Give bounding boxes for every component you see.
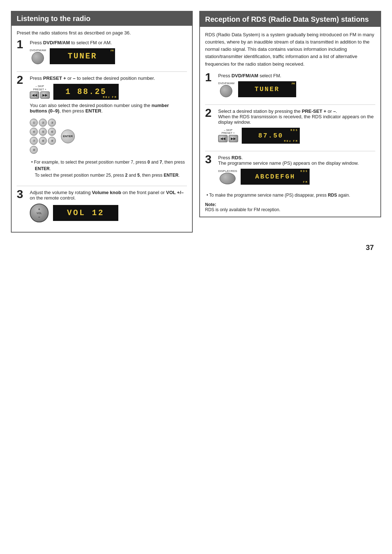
num-btn-9[interactable]: ⑨ xyxy=(48,137,56,145)
num-btn-2[interactable]: ② xyxy=(39,119,47,127)
right-step2-display-unit: – SKIPPRESET + ◀◀ ▶▶ 87.50 RDS MHz FM xyxy=(218,128,375,144)
vol-knob-container: + VOL – VOL 12 xyxy=(30,204,187,222)
right-step2: 2 Select a desired station by pressing t… xyxy=(205,108,375,146)
display-rds-button[interactable] xyxy=(220,173,236,184)
num-btn-10[interactable]: ⑩ xyxy=(30,146,38,154)
note-block: Note: RDS is only available for FM recep… xyxy=(205,202,375,212)
num-btn-3[interactable]: ③ xyxy=(48,119,56,127)
right-panel: Reception of RDS (Radio Data System) sta… xyxy=(199,11,381,217)
rds-skip-prev-btn[interactable]: ◀◀ xyxy=(218,135,228,142)
skip-prev-btn[interactable]: ◀◀ xyxy=(30,91,39,99)
right-step1: 1 Press DVD/FM/AM select FM. DVD/FM/AM T… xyxy=(205,73,375,99)
left-step2-number: 2 xyxy=(17,74,27,86)
right-step3-text: Press RDS. The programme service name (P… xyxy=(218,155,375,166)
right-step1-text: Press DVD/FM/AM select FM. xyxy=(218,73,375,78)
vol-display: VOL 12 xyxy=(53,205,118,221)
right-step3-number: 3 xyxy=(205,153,215,165)
left-step2-display-unit: – SKIPPRESET + ◀◀ ▶▶ 1 88.25 MHz FM xyxy=(30,84,187,100)
right-step2-text: Select a desired station by pressing the… xyxy=(218,108,375,125)
right-panel-title: Reception of RDS (Radio Data System) sta… xyxy=(200,12,380,27)
right-step1-display: TUNER FM xyxy=(238,81,296,97)
num-btn-5[interactable]: ⑤ xyxy=(39,128,47,136)
preset-note: Preset the radio stations first as descr… xyxy=(17,30,187,36)
right-step2-number: 2 xyxy=(205,107,215,119)
left-step1: 1 Press DVD/FM/AM to select FM or AM. DV… xyxy=(17,40,187,66)
left-panel-title: Listening to the radio xyxy=(12,12,192,26)
dvdfmam-button-right1[interactable] xyxy=(220,85,232,97)
left-step2-text: Press PRESET + or – to select the desire… xyxy=(30,75,187,81)
rds-skip-next-btn[interactable]: ▶▶ xyxy=(229,135,238,142)
left-step1-display-unit: DVD/FM/AM TUNER FM xyxy=(30,48,187,64)
volume-knob[interactable]: + VOL – xyxy=(30,204,49,222)
right-step1-number: 1 xyxy=(205,71,215,83)
left-step3: 3 Adjust the volume by rotating Volume k… xyxy=(17,190,187,222)
enter-button[interactable]: ENTER xyxy=(61,130,75,143)
left-step3-text: Adjust the volume by rotating Volume kno… xyxy=(30,190,187,201)
num-btn-7[interactable]: ⑦ xyxy=(30,137,38,145)
right-step3: 3 Press RDS. The programme service name … xyxy=(205,155,375,187)
dvdfmam-btn-group-1: DVD/FM/AM xyxy=(30,48,46,64)
skip-next-btn[interactable]: ▶▶ xyxy=(40,91,50,99)
preset-label-2: – SKIPPRESET + xyxy=(33,85,46,91)
display-rds-btn-group: DISPLAY/RDS xyxy=(218,169,237,184)
dvdfmam-button-1[interactable] xyxy=(32,52,44,64)
num-btn-1[interactable]: ① xyxy=(30,119,38,127)
left-step1-number: 1 xyxy=(17,38,27,50)
right-step1-display-unit: DVD/FM/AM TUNER FM xyxy=(218,81,375,97)
left-panel: Listening to the radio Preset the radio … xyxy=(11,11,193,233)
rds-intro: RDS (Radio Data System) is a system grad… xyxy=(205,31,375,68)
left-step1-display: TUNER FM xyxy=(50,48,115,64)
preset-label-right2: – SKIPPRESET + xyxy=(221,129,234,135)
num-btn-4[interactable]: ④ xyxy=(30,128,38,136)
left-step2-bullet: • For example, to select the preset posi… xyxy=(31,159,187,178)
dvdfmam-btn-group-right1: DVD/FM/AM xyxy=(218,81,234,97)
left-step2-display: 1 88.25 MHz FM xyxy=(53,84,119,100)
num-btn-8[interactable]: ⑧ xyxy=(39,137,47,145)
num-enter-row: ① ② ③ ④ ⑤ ⑥ ⑦ ⑧ ⑨ ⑩ xyxy=(30,116,187,156)
right-step3-display-unit: DISPLAY/RDS ABCDEFGH RDS FM xyxy=(218,169,375,185)
left-step2-note: You can also select the desired position… xyxy=(30,103,187,114)
right-step3-display: ABCDEFGH RDS FM xyxy=(241,169,310,185)
page-number: 37 xyxy=(11,243,381,252)
num-btn-6[interactable]: ⑥ xyxy=(48,128,56,136)
right-bullet: • To make the programme service name (PS… xyxy=(207,192,375,198)
right-step2-display: 87.50 RDS MHz FM xyxy=(242,128,300,144)
num-grid: ① ② ③ ④ ⑤ ⑥ ⑦ ⑧ ⑨ ⑩ xyxy=(30,119,56,154)
left-step3-number: 3 xyxy=(17,188,27,200)
left-step2: 2 Press PRESET + or – to select the desi… xyxy=(17,75,187,181)
left-step1-text: Press DVD/FM/AM to select FM or AM. xyxy=(30,40,187,45)
